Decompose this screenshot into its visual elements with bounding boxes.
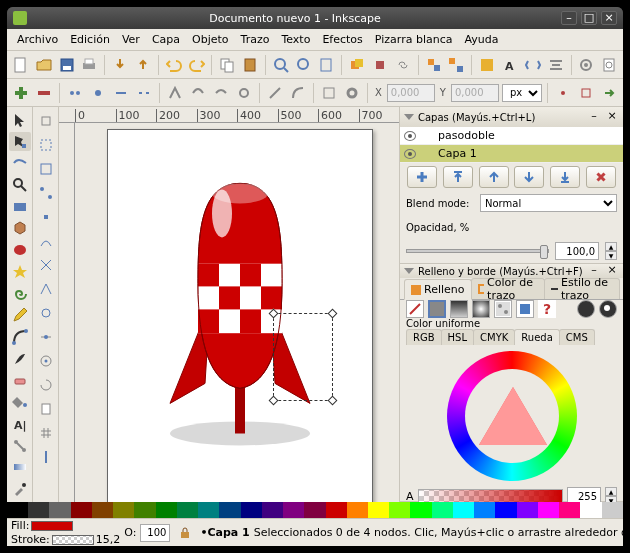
paint-radgrad-icon[interactable] <box>472 300 490 318</box>
opacity-spinner[interactable]: ▲▼ <box>605 242 617 260</box>
xml-icon[interactable] <box>523 54 543 76</box>
snap-intersect-icon[interactable] <box>35 254 57 276</box>
ungroup-icon[interactable] <box>447 54 467 76</box>
swatch[interactable] <box>7 502 28 518</box>
show-outline-icon[interactable] <box>576 82 596 104</box>
collapse-icon[interactable] <box>404 114 414 120</box>
paint-swatch-icon[interactable] <box>516 300 534 318</box>
node-smooth-icon[interactable] <box>188 82 208 104</box>
paint-none-icon[interactable] <box>406 300 424 318</box>
node-auto-icon[interactable] <box>234 82 254 104</box>
swatch[interactable] <box>49 502 70 518</box>
node-del-seg-icon[interactable] <box>134 82 154 104</box>
zoom-page-icon[interactable] <box>317 54 337 76</box>
print-icon[interactable] <box>79 54 99 76</box>
fill-rule-evenodd-icon[interactable] <box>577 300 595 318</box>
node-join-icon[interactable] <box>88 82 108 104</box>
clone-icon[interactable] <box>370 54 390 76</box>
snap-rotation-icon[interactable] <box>35 374 57 396</box>
;-icon=[interactable] <box>165 82 185 104</box>
zoom-fit-icon[interactable] <box>271 54 291 76</box>
lock-icon[interactable] <box>422 149 432 159</box>
swatch[interactable] <box>368 502 389 518</box>
ellipse-tool-icon[interactable] <box>9 240 31 260</box>
layer-delete-button[interactable] <box>586 166 616 188</box>
swatch[interactable] <box>177 502 198 518</box>
node-break-icon[interactable] <box>65 82 85 104</box>
color-palette[interactable] <box>7 502 623 518</box>
spiral-tool-icon[interactable] <box>9 284 31 304</box>
menu-edicion[interactable]: Edición <box>64 30 116 49</box>
node-delete-icon[interactable] <box>34 82 54 104</box>
align-icon[interactable] <box>546 54 566 76</box>
paint-unknown-icon[interactable]: ? <box>538 300 556 318</box>
swatch[interactable] <box>241 502 262 518</box>
snap-page-icon[interactable] <box>35 398 57 420</box>
open-icon[interactable] <box>34 54 54 76</box>
new-icon[interactable] <box>11 54 31 76</box>
tab-color-trazo[interactable]: Color de trazo <box>471 278 546 299</box>
slider-thumb[interactable] <box>540 245 548 259</box>
status-opacity-input[interactable] <box>140 524 170 542</box>
layer-up-button[interactable] <box>479 166 509 188</box>
snap-grid-icon[interactable] <box>35 422 57 444</box>
next-path-effect-icon[interactable] <box>599 82 619 104</box>
tab-cmyk[interactable]: CMYK <box>473 329 515 345</box>
zoom-draw-icon[interactable] <box>294 54 314 76</box>
duplicate-icon[interactable] <box>347 54 367 76</box>
pencil-tool-icon[interactable] <box>9 305 31 325</box>
swatch[interactable] <box>559 502 580 518</box>
prefs-icon[interactable] <box>576 54 596 76</box>
layer-bottom-button[interactable] <box>550 166 580 188</box>
swatch[interactable] <box>198 502 219 518</box>
lock-icon[interactable] <box>422 131 432 141</box>
fill-dialog-icon[interactable] <box>477 54 497 76</box>
undo-icon[interactable] <box>164 54 184 76</box>
fill-rule-nonzero-icon[interactable] <box>599 300 617 318</box>
stroke-indicator[interactable] <box>52 535 94 545</box>
swatch[interactable] <box>113 502 134 518</box>
swatch[interactable] <box>389 502 410 518</box>
y-input[interactable] <box>451 84 499 102</box>
bezier-tool-icon[interactable] <box>9 327 31 347</box>
collapse-icon[interactable] <box>404 268 414 274</box>
snap-bbox-edge-icon[interactable] <box>35 158 57 180</box>
obj-to-path-icon[interactable] <box>319 82 339 104</box>
seg-line-icon[interactable] <box>265 82 285 104</box>
dropper-tool-icon[interactable] <box>9 479 31 499</box>
node-tool-icon[interactable] <box>9 132 31 152</box>
3dbox-tool-icon[interactable] <box>9 219 31 239</box>
paint-lingrad-icon[interactable] <box>450 300 468 318</box>
swatch[interactable] <box>580 502 601 518</box>
show-handles-icon[interactable] <box>553 82 573 104</box>
swatch[interactable] <box>219 502 240 518</box>
paint-pattern-icon[interactable] <box>494 300 512 318</box>
eye-icon[interactable] <box>404 149 416 159</box>
opacity-input[interactable] <box>555 242 599 260</box>
panel-min-icon[interactable]: – <box>587 110 601 124</box>
swatch[interactable] <box>538 502 559 518</box>
swatch[interactable] <box>71 502 92 518</box>
text-tool-icon[interactable]: A| <box>9 414 31 434</box>
snap-center-icon[interactable] <box>35 350 57 372</box>
swatch[interactable] <box>602 502 623 518</box>
selection-box[interactable] <box>273 313 333 401</box>
tab-estilo-trazo[interactable]: Estilo de trazo <box>544 278 620 299</box>
tab-rgb[interactable]: RGB <box>406 329 442 345</box>
swatch[interactable] <box>92 502 113 518</box>
maximize-button[interactable]: □ <box>581 11 597 25</box>
color-triangle[interactable] <box>479 387 547 445</box>
layer-add-button[interactable] <box>407 166 437 188</box>
x-input[interactable] <box>387 84 435 102</box>
blend-mode-select[interactable]: Normal <box>480 194 617 212</box>
layer-row[interactable]: Capa 1 <box>400 145 623 163</box>
snap-node-icon[interactable] <box>35 206 57 228</box>
paint-flat-icon[interactable] <box>428 300 446 318</box>
layer-lock-status-icon[interactable] <box>174 522 196 544</box>
close-button[interactable]: × <box>601 11 617 25</box>
layer-top-button[interactable] <box>443 166 473 188</box>
layer-down-button[interactable] <box>514 166 544 188</box>
select-tool-icon[interactable] <box>9 110 31 130</box>
snap-cusp-icon[interactable] <box>35 278 57 300</box>
swatch[interactable] <box>28 502 49 518</box>
